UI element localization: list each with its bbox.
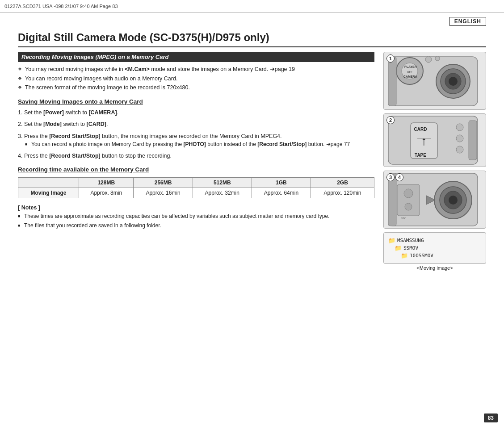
svg-point-21 bbox=[456, 135, 463, 142]
diagram-number-2: 2 bbox=[386, 116, 395, 124]
svg-rect-19 bbox=[469, 121, 477, 160]
folder-root-label: MSAMSSUNG bbox=[397, 238, 424, 243]
section3-heading: Recording time available on the Memory C… bbox=[18, 166, 374, 173]
camera-diagram-2: CARD ↑ TAPE bbox=[384, 114, 482, 167]
folder-sub2-label: 100SSMOV bbox=[410, 253, 433, 259]
right-column: 1 PLAYER OFF CAMERA bbox=[383, 52, 486, 271]
col-header-128mb: 128MB bbox=[79, 178, 134, 188]
page-title: Digital Still Camera Mode (SC-D375(H)/D9… bbox=[18, 31, 486, 47]
header-bar: 01227A SCD371 USA~098 2/1/07 9:40 AM Pag… bbox=[0, 0, 504, 13]
bullet-item-2: You can record moving images with audio … bbox=[18, 75, 374, 83]
main-content: Digital Still Camera Mode (SC-D375(H)/D9… bbox=[18, 31, 486, 408]
folder-sub2-line: 📁 100SSMOV bbox=[401, 252, 481, 259]
diagram-number-4: 4 bbox=[395, 173, 403, 181]
table-header-row: 128MB 256MB 512MB 1GB 2GB bbox=[18, 178, 374, 188]
page-number: 83 bbox=[484, 413, 498, 422]
svg-text:CAMERA: CAMERA bbox=[403, 75, 417, 78]
svg-point-30 bbox=[404, 189, 413, 198]
diagram-number-3: 3 bbox=[386, 173, 395, 181]
step3-sub-item: You can record a photo image on Memory C… bbox=[25, 141, 374, 148]
bullet-list: You may record moving images while in <M… bbox=[18, 66, 374, 92]
cell-2gb: Approx. 120min bbox=[311, 188, 374, 198]
col-header-512mb: 512MB bbox=[193, 178, 252, 188]
table-row: Moving Image Approx. 8min Approx. 16min … bbox=[18, 188, 374, 198]
folder-sub1-line: 📁 SSMOV bbox=[395, 245, 481, 251]
svg-text:STC: STC bbox=[401, 217, 407, 220]
col-header-empty bbox=[18, 178, 79, 188]
diagram-box-2: 2 CARD ↑ TAPE bbox=[383, 113, 486, 167]
english-badge: ENGLISH bbox=[449, 17, 486, 26]
bullet-item-3: The screen format of the moving image to… bbox=[18, 84, 374, 92]
diagram-box-34: 3 4 STC bbox=[383, 171, 486, 229]
svg-text:↑: ↑ bbox=[421, 134, 427, 148]
row-label-moving-image: Moving Image bbox=[18, 188, 79, 198]
folder-sub2-icon: 📁 bbox=[401, 252, 408, 259]
col-header-256mb: 256MB bbox=[134, 178, 193, 188]
cell-128mb: Approx. 8min bbox=[79, 188, 134, 198]
svg-point-20 bbox=[456, 124, 463, 131]
folder-root-line: 📁 MSAMSSUNG bbox=[388, 237, 481, 244]
step3-subbullet: You can record a photo image on Memory C… bbox=[25, 141, 374, 148]
note-item-1: These times are approximate as recording… bbox=[18, 213, 374, 220]
bullet-item-1: You may record moving images while in <M… bbox=[18, 66, 374, 74]
folder-diagram: 📁 MSAMSSUNG 📁 SSMOV 📁 100SSMOV bbox=[383, 232, 486, 264]
moving-image-caption: <Moving image> bbox=[383, 265, 486, 271]
section1-header: Recording Moving Images (MPEG) on a Memo… bbox=[18, 52, 374, 62]
svg-point-27 bbox=[449, 196, 458, 205]
svg-rect-10 bbox=[388, 57, 396, 106]
diagram-number-1: 1 bbox=[386, 54, 395, 63]
camera-diagram-1: PLAYER OFF CAMERA bbox=[384, 52, 482, 109]
svg-text:PLAYER: PLAYER bbox=[404, 65, 417, 68]
note-item-2: The files that you recorded are saved in… bbox=[18, 222, 374, 230]
step-3: 3. Press the [Record Start/Stop] button,… bbox=[18, 132, 374, 148]
notes-section: [ Notes ] These times are approximate as… bbox=[18, 205, 374, 230]
folder-sub1-icon: 📁 bbox=[395, 245, 402, 251]
step-1: 1. Set the [Power] switch to [CAMERA]. bbox=[18, 109, 374, 117]
step-4: 4. Press the [Record Start/Stop] button … bbox=[18, 152, 374, 160]
col-header-2gb: 2GB bbox=[311, 178, 374, 188]
svg-point-11 bbox=[425, 56, 432, 63]
svg-point-12 bbox=[435, 56, 440, 61]
cell-256mb: Approx. 16min bbox=[134, 188, 193, 198]
svg-point-31 bbox=[405, 203, 412, 210]
svg-point-4 bbox=[449, 77, 458, 86]
folder-sub1-label: SSMOV bbox=[403, 245, 418, 251]
folder-root-icon: 📁 bbox=[388, 237, 395, 244]
left-column: Recording Moving Images (MPEG) on a Memo… bbox=[18, 52, 374, 271]
diagram-box-1: 1 PLAYER OFF CAMERA bbox=[383, 52, 486, 110]
print-info: 01227A SCD371 USA~098 2/1/07 9:40 AM Pag… bbox=[4, 4, 118, 9]
table-container: 128MB 256MB 512MB 1GB 2GB Moving Image A… bbox=[18, 177, 374, 198]
two-col-layout: Recording Moving Images (MPEG) on a Memo… bbox=[18, 52, 486, 271]
cell-1gb: Approx. 64min bbox=[252, 188, 311, 198]
svg-point-22 bbox=[456, 146, 463, 153]
svg-text:OFF: OFF bbox=[407, 71, 412, 73]
col-header-1gb: 1GB bbox=[252, 178, 311, 188]
section2-heading: Saving Moving Images onto a Memory Card bbox=[18, 98, 374, 105]
note-list: These times are approximate as recording… bbox=[18, 213, 374, 230]
step-2: 2. Set the [Mode] switch to [CARD]. bbox=[18, 120, 374, 129]
svg-text:TAPE: TAPE bbox=[415, 153, 426, 158]
cell-512mb: Approx. 32min bbox=[193, 188, 252, 198]
notes-title: [ Notes ] bbox=[18, 205, 374, 211]
recording-time-table: 128MB 256MB 512MB 1GB 2GB Moving Image A… bbox=[18, 177, 374, 198]
svg-text:CARD: CARD bbox=[414, 127, 427, 132]
